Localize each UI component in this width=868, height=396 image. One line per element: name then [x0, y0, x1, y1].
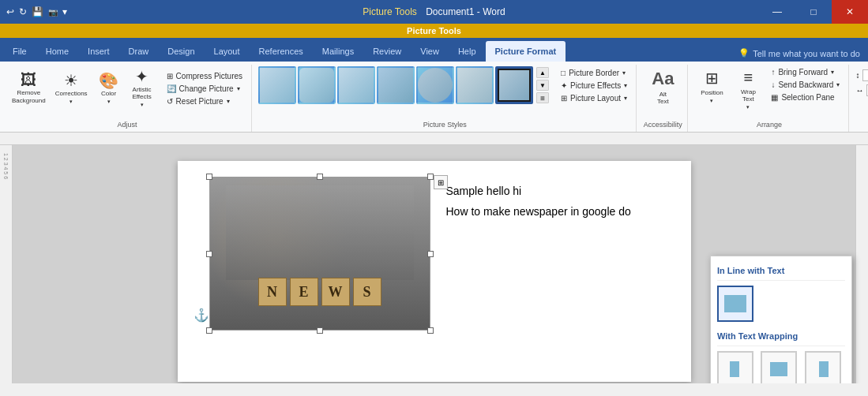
position-btn[interactable]: ⊞ Position ▾ — [694, 66, 729, 106]
style-bordered[interactable] — [495, 66, 533, 104]
handle-tl[interactable] — [206, 174, 212, 180]
layout-wrap-3[interactable] — [805, 351, 841, 383]
news-tiles: N E W S — [258, 278, 381, 306]
picture-layout-btn[interactable]: ⊞ Picture Layout ▾ — [557, 92, 631, 104]
style-plain[interactable] — [258, 66, 296, 104]
corrections-btn[interactable]: ☀ Corrections ▾ — [51, 70, 92, 107]
tab-view[interactable]: View — [411, 41, 449, 62]
layout-inline[interactable] — [717, 286, 753, 322]
tab-help[interactable]: Help — [449, 41, 486, 62]
layout-wrap-2[interactable] — [761, 351, 797, 383]
alt-text-label: AltText — [657, 91, 669, 105]
wrap-text-dropdown: In Line with Text With Text Wrapping — [710, 256, 852, 383]
pic-layout-icon: ⊞ — [561, 94, 567, 103]
tab-insert[interactable]: Insert — [78, 41, 119, 62]
minimize-btn[interactable]: — — [759, 0, 795, 24]
wrap-mini-1 — [727, 358, 744, 380]
artistic-effects-btn[interactable]: ✦ ArtisticEffects ▾ — [126, 66, 158, 110]
image-container[interactable]: N E W S ⚓ ⊞ — [209, 177, 430, 331]
document-page: N E W S ⚓ ⊞ — [178, 161, 691, 382]
tell-me-text: Tell me what you want to do — [753, 49, 860, 58]
title-bar: ↩ ↻ 💾 📷 ▾ Picture Tools Document1 - Word… — [0, 0, 868, 24]
tab-references[interactable]: References — [250, 41, 313, 62]
ribbon: 🖼 RemoveBackground ☀ Corrections ▾ 🎨 Col… — [0, 62, 868, 133]
picture-effects-btn[interactable]: ✦ Picture Effects ▾ — [557, 80, 631, 92]
reset-picture-btn[interactable]: ↺ Reset Picture ▾ — [163, 95, 246, 107]
close-btn[interactable]: ✕ — [832, 0, 868, 24]
tab-picture-format[interactable]: Picture Format — [486, 41, 566, 62]
style-rounded[interactable] — [298, 66, 336, 104]
tab-file[interactable]: File — [3, 41, 36, 62]
send-backward-btn[interactable]: ↓ Send Backward ▾ — [767, 79, 844, 91]
change-pic-arrow: ▾ — [237, 85, 240, 92]
bring-icon: ↑ — [771, 68, 775, 77]
layout-options-btn[interactable]: ⊞ — [434, 175, 448, 189]
style-shadow[interactable] — [337, 66, 375, 104]
tab-home[interactable]: Home — [36, 41, 78, 62]
maximize-btn[interactable]: □ — [795, 0, 832, 24]
remove-bg-label: RemoveBackground — [12, 89, 46, 104]
remove-bg-icon: 🖼 — [21, 72, 36, 88]
customize-btn[interactable]: ▾ — [62, 6, 67, 17]
alt-text-btn[interactable]: Aa AltText — [643, 66, 682, 107]
tile-W: W — [321, 278, 350, 306]
tab-mailings[interactable]: Mailings — [313, 41, 363, 62]
context-ribbon: Picture Tools — [0, 24, 868, 38]
handle-br[interactable] — [427, 327, 434, 334]
tab-review[interactable]: Review — [363, 41, 411, 62]
document-image[interactable]: N E W S — [209, 177, 430, 331]
tell-me-bar[interactable]: 💡 Tell me what you want to do — [738, 48, 860, 62]
vertical-scrollbar[interactable] — [855, 145, 868, 383]
w3-img — [819, 361, 829, 377]
selection-icon: ▦ — [771, 93, 778, 102]
handle-tr[interactable] — [427, 174, 434, 180]
tab-layout[interactable]: Layout — [205, 41, 250, 62]
pic-layout-arrow: ▾ — [624, 95, 627, 102]
w2-img — [770, 362, 787, 376]
height-input[interactable] — [862, 69, 868, 81]
color-btn[interactable]: 🎨 Color ▾ — [93, 70, 125, 107]
effects-label: Picture Effects — [570, 81, 621, 90]
save-btn[interactable]: 💾 — [32, 6, 43, 17]
tab-bar: File Home Insert Draw Design Layout Refe… — [0, 38, 868, 62]
compress-pictures-btn[interactable]: ⊞ Compress Pictures — [163, 70, 246, 82]
doc-text-area: Sample hello hi How to make newspaper in… — [442, 177, 659, 218]
effects-arrow: ▾ — [624, 82, 627, 89]
redo-btn[interactable]: ↻ — [19, 6, 27, 17]
send-arrow: ▾ — [836, 81, 840, 88]
wrap-text-btn[interactable]: ≡ WrapText ▾ — [731, 66, 765, 113]
style-beveled[interactable] — [456, 66, 494, 104]
picture-border-btn[interactable]: □ Picture Border ▾ — [557, 67, 631, 79]
arrange-group: ⊞ Position ▾ ≡ WrapText ▾ ↑ Bring Forwar… — [690, 65, 849, 132]
doc-text-1: Sample hello hi — [442, 185, 659, 197]
style-reflect[interactable] — [377, 66, 415, 104]
screenshot-btn[interactable]: 📷 — [48, 8, 58, 17]
handle-bl[interactable] — [206, 327, 212, 334]
tab-draw[interactable]: Draw — [119, 41, 159, 62]
layout-wrap-1[interactable] — [717, 351, 753, 383]
change-picture-btn[interactable]: 🔄 Change Picture ▾ — [163, 83, 246, 95]
selection-pane-btn[interactable]: ▦ Selection Pane — [767, 92, 844, 103]
picture-styles-label: Picture Styles — [423, 121, 467, 130]
styles-more-btn[interactable]: ≡ — [536, 92, 549, 103]
tab-design[interactable]: Design — [158, 41, 204, 62]
style-soft[interactable] — [416, 66, 454, 104]
quick-access-toolbar: ↩ ↻ 💾 📷 ▾ — [6, 6, 67, 17]
styles-down-btn[interactable]: ▼ — [536, 80, 549, 91]
adjust-group-label: Adjust — [118, 121, 137, 130]
position-label: Position — [701, 89, 723, 96]
handle-ml[interactable] — [206, 251, 212, 257]
handle-tm[interactable] — [317, 174, 323, 180]
handle-mr[interactable] — [427, 251, 434, 257]
undo-btn[interactable]: ↩ — [6, 6, 14, 17]
remove-background-btn[interactable]: 🖼 RemoveBackground — [8, 69, 50, 106]
dropdown-section-wrapping: With Text Wrapping — [717, 328, 845, 346]
handle-bm[interactable] — [317, 327, 323, 334]
send-icon: ↓ — [771, 80, 775, 89]
inline-row1 — [724, 295, 746, 312]
picture-styles-group: ▲ ▼ ≡ □ Picture Border ▾ ✦ Picture Effec… — [254, 65, 637, 132]
bring-forward-btn[interactable]: ↑ Bring Forward ▾ — [767, 66, 844, 78]
adjust-group: 🖼 RemoveBackground ☀ Corrections ▾ 🎨 Col… — [3, 65, 252, 132]
styles-up-btn[interactable]: ▲ — [536, 67, 549, 78]
app-title: Picture Tools Document1 - Word — [363, 6, 505, 17]
